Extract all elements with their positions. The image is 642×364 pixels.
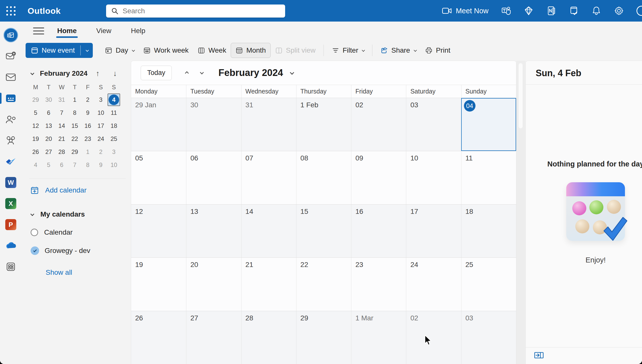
minical-day[interactable]: 14 — [55, 119, 68, 132]
outlook-logo[interactable] — [0, 25, 22, 46]
next-month-chevron-icon[interactable] — [200, 70, 204, 74]
view-day-button[interactable]: Day — [100, 43, 139, 58]
scrollbar-thumb[interactable] — [519, 63, 523, 128]
day-cell[interactable]: 24 — [406, 258, 461, 311]
day-cell[interactable]: 20 — [186, 258, 241, 311]
day-cell[interactable]: 14 — [241, 205, 296, 257]
day-cell[interactable]: 12 — [131, 205, 186, 257]
more-apps-icon[interactable] — [0, 256, 22, 277]
minical-day[interactable]: 29 — [29, 93, 42, 106]
day-cell[interactable]: 18 — [461, 205, 516, 257]
powerpoint-icon[interactable]: P — [0, 214, 22, 235]
minical-day-selected[interactable]: 4 — [107, 93, 120, 106]
minical-day[interactable]: 26 — [29, 145, 42, 158]
onenote-icon[interactable] — [546, 6, 556, 16]
minical-day[interactable]: 11 — [107, 106, 120, 119]
meet-now-button[interactable]: Meet Now — [442, 7, 489, 15]
word-icon[interactable]: W — [0, 172, 22, 193]
new-event-dropdown[interactable] — [81, 43, 93, 58]
my-calendars-header[interactable]: My calendars — [31, 210, 131, 218]
day-cell[interactable]: 22 — [296, 258, 351, 311]
day-cell[interactable]: 08 — [296, 151, 351, 204]
minical-day[interactable]: 13 — [42, 119, 55, 132]
day-cell[interactable]: 03 — [461, 311, 516, 364]
day-cell[interactable]: 1 Feb — [296, 98, 351, 151]
minical-day[interactable]: 28 — [55, 145, 68, 158]
minical-day[interactable]: 7 — [55, 106, 68, 119]
minical-day[interactable]: 7 — [68, 158, 81, 171]
day-cell-selected[interactable]: 04 — [461, 98, 516, 151]
minical-day[interactable]: 30 — [42, 93, 55, 106]
day-cell[interactable]: 03 — [406, 98, 461, 151]
todo-icon[interactable] — [0, 151, 22, 172]
view-week-button[interactable]: Week — [193, 43, 231, 58]
minical-day[interactable]: 12 — [29, 119, 42, 132]
minical-day[interactable]: 27 — [42, 145, 55, 158]
day-cell[interactable]: 16 — [351, 205, 406, 257]
search-input[interactable] — [123, 7, 273, 15]
show-all-link[interactable]: Show all — [46, 268, 131, 277]
minical-day[interactable]: 19 — [29, 132, 42, 145]
day-cell[interactable]: 19 — [131, 258, 186, 311]
day-cell[interactable]: 1 Mar — [351, 311, 406, 364]
minical-day[interactable]: 9 — [81, 106, 94, 119]
calendar-list-item[interactable]: Calendar — [31, 228, 131, 236]
minical-day[interactable]: 5 — [29, 106, 42, 119]
day-cell[interactable]: 28 — [241, 311, 296, 364]
minical-day[interactable]: 8 — [81, 158, 94, 171]
new-event-button[interactable]: New event — [26, 46, 80, 54]
minical-day[interactable]: 9 — [94, 158, 107, 171]
onedrive-icon[interactable] — [0, 235, 22, 256]
minical-day[interactable]: 29 — [68, 145, 81, 158]
groups-icon[interactable] — [0, 130, 22, 151]
day-cell[interactable]: 29 — [296, 311, 351, 364]
minical-day[interactable]: 25 — [107, 132, 120, 145]
minical-day[interactable]: 2 — [94, 145, 107, 158]
day-cell[interactable]: 17 — [406, 205, 461, 257]
calendar-list-item[interactable]: Growegy - dev — [31, 246, 131, 255]
minical-day[interactable]: 10 — [94, 106, 107, 119]
collapse-chevron-icon[interactable] — [30, 71, 34, 75]
share-button[interactable]: Share — [376, 43, 421, 58]
day-cell[interactable]: 10 — [406, 151, 461, 204]
minical-day[interactable]: 3 — [107, 145, 120, 158]
day-cell[interactable]: 07 — [241, 151, 296, 204]
today-button[interactable]: Today — [141, 66, 172, 80]
scrollbar-gutter[interactable] — [516, 61, 525, 364]
day-cell[interactable]: 23 — [351, 258, 406, 311]
tab-home[interactable]: Home — [56, 23, 78, 38]
day-cell[interactable]: 13 — [186, 205, 241, 257]
mail-icon[interactable] — [0, 67, 22, 88]
day-cell[interactable]: 02 — [406, 311, 461, 364]
minical-prev-arrow-icon[interactable]: ↑ — [96, 69, 100, 78]
day-cell[interactable]: 15 — [296, 205, 351, 257]
minical-day[interactable]: 17 — [94, 119, 107, 132]
new-event-split-button[interactable]: New event — [26, 43, 93, 58]
minical-day[interactable]: 8 — [68, 106, 81, 119]
month-title[interactable]: February 2024 — [218, 67, 293, 78]
tab-view[interactable]: View — [95, 23, 113, 38]
notes-check-icon[interactable] — [569, 6, 579, 16]
minical-day[interactable]: 1 — [81, 145, 94, 158]
day-cell[interactable]: 31 — [241, 98, 296, 151]
minical-day[interactable]: 15 — [68, 119, 81, 132]
day-cell[interactable]: 05 — [131, 151, 186, 204]
settings-gear-icon[interactable] — [614, 6, 624, 16]
day-cell[interactable]: 26 — [131, 311, 186, 364]
print-button[interactable]: Print — [421, 43, 455, 58]
calendar-unchecked-circle[interactable] — [31, 229, 38, 236]
previous-month-chevron-icon[interactable] — [185, 71, 189, 75]
teams-icon[interactable] — [501, 6, 511, 16]
day-cell[interactable]: 09 — [351, 151, 406, 204]
help-icon[interactable] — [636, 6, 642, 16]
day-cell[interactable]: 11 — [461, 151, 516, 204]
minical-day[interactable]: 21 — [55, 132, 68, 145]
minical-day[interactable]: 20 — [42, 132, 55, 145]
premium-diamond-icon[interactable] — [524, 6, 534, 16]
minical-day[interactable]: 6 — [55, 158, 68, 171]
filter-button[interactable]: Filter — [327, 43, 369, 58]
collapse-panel-icon[interactable] — [534, 351, 544, 360]
minical-day[interactable]: 2 — [81, 93, 94, 106]
day-cell[interactable]: 02 — [351, 98, 406, 151]
day-cell[interactable]: 30 — [186, 98, 241, 151]
